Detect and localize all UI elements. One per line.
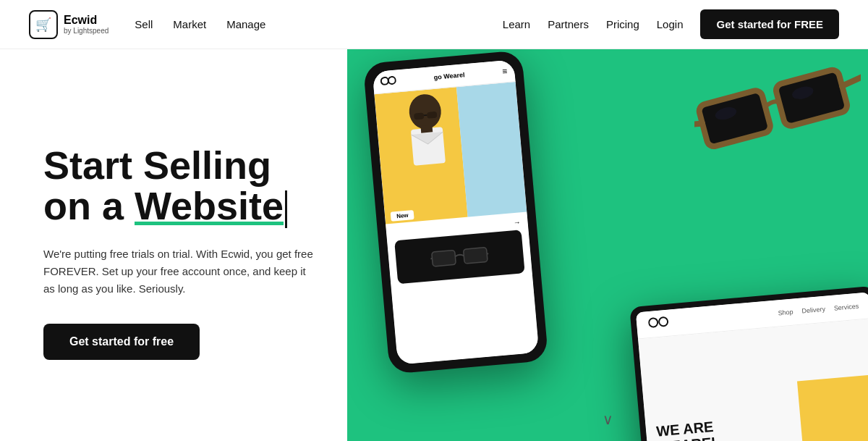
nav-manage[interactable]: Manage [226, 18, 265, 30]
nav-login[interactable]: Login [657, 18, 684, 30]
hero-section: Start Selling on a Website We're putting… [0, 49, 868, 441]
nav-cta-button[interactable]: Get started for FREE [700, 9, 839, 39]
chevron-down-icon[interactable]: ∨ [603, 411, 613, 428]
svg-point-8 [408, 93, 443, 130]
hero-title-line2: on a [43, 184, 135, 227]
tablet-screen: Shop Delivery Services WE ARE WEAREL [636, 292, 868, 441]
nav-right: Learn Partners Pricing Login Get started… [503, 9, 839, 39]
nav-left: 🛒 Ecwid by Lightspeed Sell Market Manage [29, 10, 265, 39]
svg-rect-12 [427, 112, 438, 119]
tablet-yellow [797, 374, 868, 441]
nav-left-links: Sell Market Manage [135, 18, 265, 30]
nav-partners[interactable]: Partners [548, 18, 589, 30]
main-nav: 🛒 Ecwid by Lightspeed Sell Market Manage… [0, 0, 868, 49]
svg-rect-11 [414, 112, 425, 119]
phone-menu-icon: ≡ [502, 66, 508, 77]
svg-rect-1 [775, 69, 848, 127]
hero-visual: go Wearel ≡ [347, 49, 868, 441]
nav-sell[interactable]: Sell [135, 18, 153, 30]
svg-point-6 [380, 77, 388, 85]
phone-mockup: go Wearel ≡ [363, 50, 549, 374]
phone-sunglasses-icon [430, 243, 489, 270]
text-cursor [285, 190, 287, 228]
logo-sub: by Lightspeed [64, 27, 109, 35]
svg-point-19 [659, 317, 668, 327]
svg-line-3 [841, 77, 861, 86]
tablet-content: WE ARE WEAREL [638, 319, 868, 441]
svg-point-18 [649, 318, 658, 327]
hero-content: Start Selling on a Website We're putting… [0, 49, 347, 441]
nav-market[interactable]: Market [173, 18, 206, 30]
sunglasses-image [694, 64, 861, 158]
phone-product-image [394, 230, 525, 284]
hero-title-line1: Start Selling [43, 143, 271, 187]
hero-title: Start Selling on a Website [43, 145, 318, 228]
svg-line-16 [430, 259, 432, 259]
tablet-nav-delivery: Delivery [801, 306, 825, 315]
tablet-nav-services: Services [833, 303, 859, 312]
hero-title-highlight: Website [135, 185, 284, 227]
nav-pricing[interactable]: Pricing [606, 18, 639, 30]
phone-logo [380, 75, 396, 87]
svg-line-17 [487, 253, 489, 254]
tablet-nav-shop: Shop [778, 308, 793, 317]
phone-arrow: → [513, 218, 521, 227]
logo-text: Ecwid by Lightspeed [64, 14, 109, 35]
phone-screen: go Wearel ≡ [373, 59, 540, 365]
svg-rect-15 [464, 247, 488, 264]
hero-description: We're putting free trials on trial. With… [43, 245, 318, 298]
phone-white-bottom: New → [386, 211, 539, 364]
svg-rect-0 [698, 89, 772, 148]
logo-brand: Ecwid [64, 14, 109, 27]
logo-icon: 🛒 [29, 10, 58, 39]
tablet-links: Shop Delivery Services [778, 303, 859, 317]
tablet-logo [647, 316, 669, 332]
phone-brand: go Wearel [433, 71, 465, 81]
hero-cta-button[interactable]: Get started for free [43, 324, 200, 360]
tablet-mockup: Shop Delivery Services WE ARE WEAREL [629, 286, 868, 441]
nav-learn[interactable]: Learn [503, 18, 530, 30]
svg-rect-10 [420, 125, 433, 133]
logo[interactable]: 🛒 Ecwid by Lightspeed [29, 10, 109, 39]
phone-person-svg [380, 90, 475, 182]
svg-point-7 [388, 77, 396, 85]
sunglasses-svg [694, 64, 861, 158]
svg-rect-14 [432, 250, 456, 266]
phone-content: New → [374, 82, 539, 365]
